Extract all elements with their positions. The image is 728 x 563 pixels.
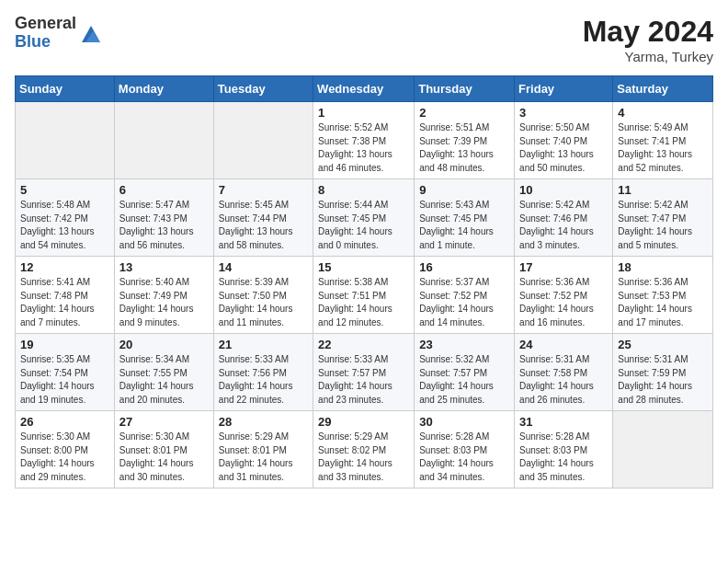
calendar-day-cell: 18Sunrise: 5:36 AMSunset: 7:53 PMDayligh…	[613, 257, 713, 334]
calendar-week-row: 1Sunrise: 5:52 AMSunset: 7:38 PMDaylight…	[16, 102, 713, 179]
day-number: 21	[219, 338, 308, 351]
day-info: Sunrise: 5:31 AMSunset: 7:58 PMDaylight:…	[519, 353, 608, 407]
calendar-day-cell: 19Sunrise: 5:35 AMSunset: 7:54 PMDayligh…	[16, 334, 115, 411]
logo: General Blue	[15, 15, 102, 52]
day-number: 13	[119, 260, 209, 274]
calendar-header-row: SundayMondayTuesdayWednesdayThursdayFrid…	[16, 76, 713, 102]
day-of-week-header: Monday	[114, 76, 213, 102]
day-info: Sunrise: 5:50 AMSunset: 7:40 PMDaylight:…	[519, 121, 608, 175]
day-number: 14	[219, 260, 308, 274]
day-number: 9	[419, 183, 509, 197]
day-info: Sunrise: 5:42 AMSunset: 7:46 PMDaylight:…	[519, 199, 608, 252]
day-number: 1	[318, 106, 409, 120]
day-info: Sunrise: 5:39 AMSunset: 7:50 PMDaylight:…	[219, 276, 308, 329]
calendar-day-cell: 6Sunrise: 5:47 AMSunset: 7:43 PMDaylight…	[114, 179, 213, 257]
day-of-week-header: Friday	[515, 76, 613, 102]
calendar-day-cell: 31Sunrise: 5:28 AMSunset: 8:03 PMDayligh…	[515, 411, 613, 488]
calendar-day-cell: 22Sunrise: 5:33 AMSunset: 7:57 PMDayligh…	[313, 334, 415, 411]
day-number: 16	[419, 260, 509, 274]
calendar-day-cell: 29Sunrise: 5:29 AMSunset: 8:02 PMDayligh…	[313, 411, 415, 488]
calendar-day-cell	[613, 411, 713, 488]
day-of-week-header: Tuesday	[213, 76, 313, 102]
month-year-title: May 2024	[583, 15, 713, 49]
day-number: 8	[318, 183, 409, 197]
day-info: Sunrise: 5:33 AMSunset: 7:57 PMDaylight:…	[318, 353, 409, 407]
logo-general-text: General	[15, 15, 76, 33]
calendar-day-cell: 15Sunrise: 5:38 AMSunset: 7:51 PMDayligh…	[313, 257, 415, 334]
day-number: 22	[318, 338, 409, 351]
day-info: Sunrise: 5:31 AMSunset: 7:59 PMDaylight:…	[618, 353, 708, 407]
calendar-day-cell: 25Sunrise: 5:31 AMSunset: 7:59 PMDayligh…	[613, 334, 713, 411]
day-info: Sunrise: 5:36 AMSunset: 7:53 PMDaylight:…	[618, 276, 708, 329]
day-info: Sunrise: 5:35 AMSunset: 7:54 PMDaylight:…	[20, 353, 109, 407]
day-info: Sunrise: 5:42 AMSunset: 7:47 PMDaylight:…	[618, 199, 708, 252]
day-info: Sunrise: 5:30 AMSunset: 8:01 PMDaylight:…	[119, 431, 209, 484]
day-number: 26	[20, 415, 109, 429]
day-info: Sunrise: 5:48 AMSunset: 7:42 PMDaylight:…	[20, 199, 109, 252]
day-info: Sunrise: 5:29 AMSunset: 8:02 PMDaylight:…	[318, 431, 409, 484]
calendar-day-cell: 9Sunrise: 5:43 AMSunset: 7:45 PMDaylight…	[415, 179, 515, 257]
day-number: 31	[519, 415, 608, 429]
calendar-day-cell: 27Sunrise: 5:30 AMSunset: 8:01 PMDayligh…	[114, 411, 213, 488]
calendar-day-cell: 17Sunrise: 5:36 AMSunset: 7:52 PMDayligh…	[515, 257, 613, 334]
calendar-week-row: 19Sunrise: 5:35 AMSunset: 7:54 PMDayligh…	[16, 334, 713, 411]
calendar-day-cell: 20Sunrise: 5:34 AMSunset: 7:55 PMDayligh…	[114, 334, 213, 411]
day-of-week-header: Thursday	[415, 76, 515, 102]
day-info: Sunrise: 5:51 AMSunset: 7:39 PMDaylight:…	[419, 121, 509, 175]
day-info: Sunrise: 5:47 AMSunset: 7:43 PMDaylight:…	[119, 199, 209, 252]
day-number: 18	[618, 260, 708, 274]
day-info: Sunrise: 5:43 AMSunset: 7:45 PMDaylight:…	[419, 199, 509, 252]
calendar-day-cell: 14Sunrise: 5:39 AMSunset: 7:50 PMDayligh…	[213, 257, 313, 334]
day-info: Sunrise: 5:28 AMSunset: 8:03 PMDaylight:…	[519, 431, 608, 484]
day-number: 7	[219, 183, 308, 197]
day-number: 23	[419, 338, 509, 351]
calendar-day-cell: 12Sunrise: 5:41 AMSunset: 7:48 PMDayligh…	[16, 257, 115, 334]
day-info: Sunrise: 5:34 AMSunset: 7:55 PMDaylight:…	[119, 353, 209, 407]
calendar-week-row: 26Sunrise: 5:30 AMSunset: 8:00 PMDayligh…	[16, 411, 713, 488]
calendar-day-cell: 21Sunrise: 5:33 AMSunset: 7:56 PMDayligh…	[213, 334, 313, 411]
calendar-day-cell: 24Sunrise: 5:31 AMSunset: 7:58 PMDayligh…	[515, 334, 613, 411]
calendar-week-row: 5Sunrise: 5:48 AMSunset: 7:42 PMDaylight…	[16, 179, 713, 257]
day-info: Sunrise: 5:28 AMSunset: 8:03 PMDaylight:…	[419, 431, 509, 484]
day-info: Sunrise: 5:30 AMSunset: 8:00 PMDaylight:…	[20, 431, 109, 484]
day-info: Sunrise: 5:36 AMSunset: 7:52 PMDaylight:…	[519, 276, 608, 329]
day-info: Sunrise: 5:32 AMSunset: 7:57 PMDaylight:…	[419, 353, 509, 407]
day-number: 6	[119, 183, 209, 197]
day-number: 4	[618, 106, 708, 120]
calendar-day-cell	[16, 102, 115, 179]
day-info: Sunrise: 5:29 AMSunset: 8:01 PMDaylight:…	[219, 431, 308, 484]
day-number: 19	[20, 338, 109, 351]
calendar-day-cell: 26Sunrise: 5:30 AMSunset: 8:00 PMDayligh…	[16, 411, 115, 488]
day-info: Sunrise: 5:38 AMSunset: 7:51 PMDaylight:…	[318, 276, 409, 329]
logo-icon	[80, 22, 102, 44]
day-info: Sunrise: 5:40 AMSunset: 7:49 PMDaylight:…	[119, 276, 209, 329]
day-info: Sunrise: 5:49 AMSunset: 7:41 PMDaylight:…	[618, 121, 708, 175]
calendar-day-cell: 10Sunrise: 5:42 AMSunset: 7:46 PMDayligh…	[515, 179, 613, 257]
day-number: 11	[618, 183, 708, 197]
title-block: May 2024 Yarma, Turkey	[583, 15, 713, 64]
calendar-day-cell: 23Sunrise: 5:32 AMSunset: 7:57 PMDayligh…	[415, 334, 515, 411]
calendar-day-cell: 1Sunrise: 5:52 AMSunset: 7:38 PMDaylight…	[313, 102, 415, 179]
calendar-day-cell: 3Sunrise: 5:50 AMSunset: 7:40 PMDaylight…	[515, 102, 613, 179]
calendar-day-cell: 2Sunrise: 5:51 AMSunset: 7:39 PMDaylight…	[415, 102, 515, 179]
calendar-day-cell: 8Sunrise: 5:44 AMSunset: 7:45 PMDaylight…	[313, 179, 415, 257]
day-number: 30	[419, 415, 509, 429]
day-info: Sunrise: 5:52 AMSunset: 7:38 PMDaylight:…	[318, 121, 409, 175]
day-number: 24	[519, 338, 608, 351]
day-info: Sunrise: 5:33 AMSunset: 7:56 PMDaylight:…	[219, 353, 308, 407]
logo-blue-text: Blue	[15, 33, 76, 52]
day-number: 5	[20, 183, 109, 197]
calendar-table: SundayMondayTuesdayWednesdayThursdayFrid…	[15, 75, 713, 488]
calendar-day-cell: 30Sunrise: 5:28 AMSunset: 8:03 PMDayligh…	[415, 411, 515, 488]
calendar-day-cell	[213, 102, 313, 179]
calendar-day-cell: 13Sunrise: 5:40 AMSunset: 7:49 PMDayligh…	[114, 257, 213, 334]
day-info: Sunrise: 5:37 AMSunset: 7:52 PMDaylight:…	[419, 276, 509, 329]
calendar-day-cell	[114, 102, 213, 179]
day-number: 28	[219, 415, 308, 429]
calendar-day-cell: 28Sunrise: 5:29 AMSunset: 8:01 PMDayligh…	[213, 411, 313, 488]
day-info: Sunrise: 5:41 AMSunset: 7:48 PMDaylight:…	[20, 276, 109, 329]
day-number: 27	[119, 415, 209, 429]
day-number: 17	[519, 260, 608, 274]
day-of-week-header: Sunday	[16, 76, 115, 102]
day-number: 25	[618, 338, 708, 351]
